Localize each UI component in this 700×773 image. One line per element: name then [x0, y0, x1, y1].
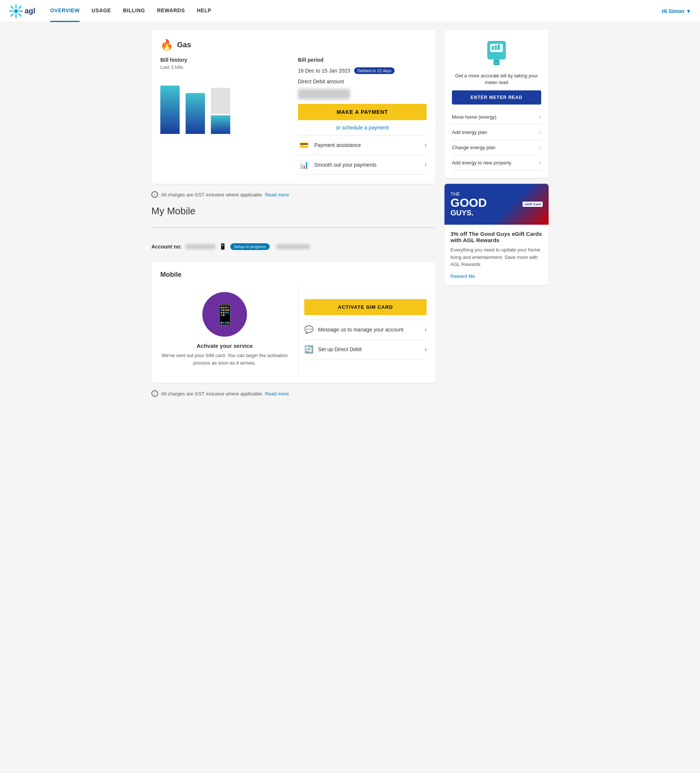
user-menu[interactable]: Hi Simon ▼	[662, 8, 691, 14]
account-label: Account no:	[151, 243, 182, 250]
activate-service-desc: We've sent out your SIM card. You can be…	[160, 352, 289, 367]
svg-rect-11	[492, 46, 494, 50]
chevron-right-icon-2: ›	[425, 161, 427, 168]
bar-3-wrap	[211, 88, 230, 134]
bill-history-sub: Last 3 bills	[160, 64, 289, 70]
meter-read-text: Get a more accurate bill by taking your …	[452, 72, 541, 86]
mobile-gst-read-more-link[interactable]: Read more	[265, 391, 289, 396]
logo[interactable]: agl	[9, 4, 35, 18]
info-icon: i	[151, 191, 158, 198]
gas-card: 🔥 Gas Bill history Last 3 bills	[151, 30, 435, 184]
gst-read-more-link[interactable]: Read more	[265, 192, 289, 197]
gg-good: GOOD	[450, 197, 487, 209]
bill-history-bars	[160, 76, 289, 135]
mobile-gst-text: All charges are GST inclusive where appl…	[161, 391, 262, 396]
mobile-body: 📱 Activate your service We've sent out y…	[160, 285, 427, 374]
account-row: Account no: 📱 Setup in progress	[151, 243, 435, 250]
message-us-item[interactable]: 💬 Message us to manage your account ›	[304, 320, 427, 340]
egift-badge: eGift Card	[523, 202, 543, 207]
bar-1	[160, 86, 180, 134]
gg-desc: Everything you need to update your home …	[450, 246, 543, 268]
sidebar-move-home[interactable]: Move home (energy) ›	[452, 109, 541, 125]
make-payment-button[interactable]: MAKE A PAYMENT	[298, 104, 427, 120]
svg-rect-15	[495, 59, 496, 62]
bill-right: Bill period 16 Dec to 15 Jan 2023 Debite…	[298, 57, 427, 175]
bill-history-section: Bill history Last 3 bills	[160, 57, 289, 175]
chevron-right-icon-8: ›	[539, 160, 541, 166]
bill-period-label: Bill period	[298, 57, 427, 63]
chevron-down-icon: ▼	[686, 8, 691, 14]
svg-rect-12	[495, 45, 497, 50]
chevron-right-icon-5: ›	[539, 114, 541, 120]
good-guys-card: THE GOOD GUYS. eGift Card 3% off The Goo…	[444, 184, 549, 285]
flame-icon: 🔥	[160, 39, 173, 51]
logo-text: agl	[25, 7, 35, 15]
sidebar-add-new-property-label: Add energy to new property	[452, 160, 511, 166]
svg-line-5	[11, 6, 13, 8]
bar-2-wrap	[186, 93, 205, 134]
activate-sim-button[interactable]: ACTIVATE SIM CARD	[304, 299, 427, 315]
navigation: agl OVERVIEW USAGE BILLING REWARDS HELP …	[0, 0, 700, 22]
sidebar-add-energy-plan[interactable]: Add energy plan ›	[452, 125, 541, 140]
direct-debit-item[interactable]: 🔄 Set up Direct Debit ›	[304, 340, 427, 359]
nav-billing[interactable]: BILLING	[123, 0, 145, 22]
message-us-label: Message us to manage your account	[318, 327, 420, 332]
smooth-payments-item[interactable]: 📊 Smooth out your payments ›	[298, 155, 427, 175]
message-icon: 💬	[304, 325, 314, 334]
chevron-right-icon-6: ›	[539, 129, 541, 135]
direct-debit-icon: 🔄	[304, 345, 314, 354]
svg-line-6	[19, 14, 21, 16]
bill-period-row: 16 Dec to 15 Jan 2023 Debited in 12 days	[298, 67, 427, 74]
bill-period-dates: 16 Dec to 15 Jan 2023	[298, 68, 350, 74]
gg-guys: GUYS.	[450, 209, 487, 217]
mobile-right: ACTIVATE SIM CARD 💬 Message us to manage…	[298, 285, 427, 374]
payment-assistance-item[interactable]: 💳 Payment assistance ›	[298, 135, 427, 155]
phone-icon: 📱	[213, 303, 237, 326]
good-guys-logo-text: THE GOOD GUYS.	[450, 191, 487, 217]
schedule-payment-link[interactable]: or schedule a payment	[298, 125, 427, 131]
sidebar: Get a more accurate bill by taking your …	[444, 30, 549, 397]
mobile-card: Mobile 📱 Activate your service We've sen…	[151, 262, 435, 383]
bill-history-label: Bill history	[160, 57, 289, 63]
sidebar-move-home-label: Move home (energy)	[452, 114, 496, 120]
debited-badge: Debited in 12 days	[354, 67, 394, 74]
account-num-blurred-2	[276, 244, 310, 249]
chevron-right-icon-4: ›	[425, 346, 427, 353]
direct-debit-label: Direct Debit amount	[298, 79, 427, 84]
user-greeting: Hi Simon	[662, 8, 684, 14]
chevron-right-icon-7: ›	[539, 144, 541, 150]
svg-point-0	[14, 9, 18, 13]
sidebar-add-energy-new-property[interactable]: Add energy to new property ›	[452, 155, 541, 170]
gas-header: 🔥 Gas	[160, 39, 427, 51]
reward-me-link[interactable]: Reward Me	[450, 273, 475, 279]
meter-read-card: Get a more accurate bill by taking your …	[444, 30, 549, 178]
setup-in-progress-badge: Setup in progress	[230, 243, 269, 250]
mobile-gst-note: i All charges are GST inclusive where ap…	[151, 390, 435, 397]
nav-overview[interactable]: OVERVIEW	[50, 0, 80, 22]
enter-meter-read-button[interactable]: ENTER METER READ	[452, 90, 541, 105]
meter-icon	[483, 37, 509, 68]
nav-links: OVERVIEW USAGE BILLING REWARDS HELP	[50, 0, 662, 22]
account-num-blurred	[186, 244, 215, 249]
svg-rect-13	[498, 44, 500, 50]
sidebar-add-energy-label: Add energy plan	[452, 130, 487, 135]
agl-logo-icon	[9, 4, 23, 18]
mobile-card-title: Mobile	[160, 271, 427, 279]
svg-rect-16	[497, 59, 498, 62]
activate-service-title: Activate your service	[197, 343, 253, 349]
blurred-amount	[298, 89, 350, 99]
nav-rewards[interactable]: REWARDS	[157, 0, 185, 22]
gst-text: All charges are GST inclusive where appl…	[161, 192, 262, 197]
svg-rect-14	[494, 60, 499, 65]
mobile-divider	[151, 227, 435, 228]
sidebar-change-energy-plan[interactable]: Change energy plan ›	[452, 140, 541, 155]
direct-debit-label: Set up Direct Debit	[318, 346, 420, 352]
info-icon-2: i	[151, 390, 158, 397]
main-column: 🔥 Gas Bill history Last 3 bills	[151, 30, 435, 397]
my-mobile-title: My Mobile	[151, 206, 435, 217]
gas-title: Gas	[177, 41, 191, 49]
nav-help[interactable]: HELP	[197, 0, 211, 22]
bar-1-wrap	[160, 86, 180, 134]
bar-2	[186, 93, 205, 134]
nav-usage[interactable]: USAGE	[92, 0, 111, 22]
